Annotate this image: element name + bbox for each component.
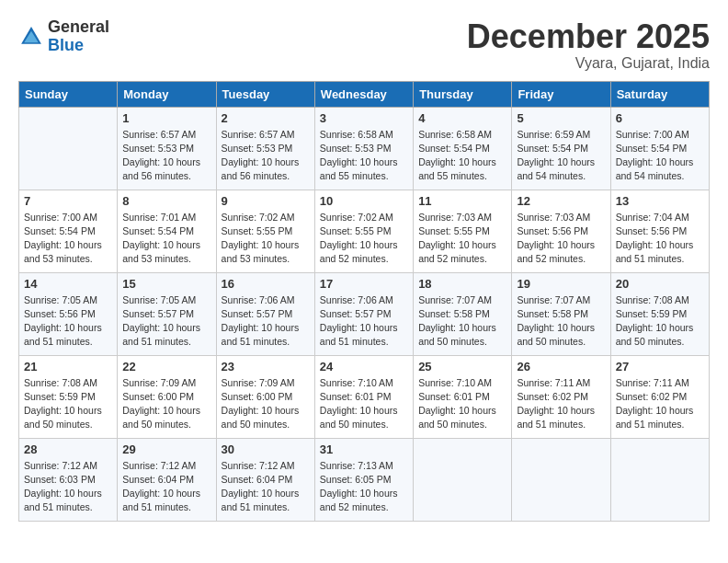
day-info: Sunrise: 7:10 AM Sunset: 6:01 PM Dayligh… — [320, 376, 408, 432]
calendar-cell — [512, 438, 610, 521]
month-title: December 2025 — [467, 18, 710, 55]
calendar-cell: 5Sunrise: 6:59 AM Sunset: 5:54 PM Daylig… — [512, 107, 610, 190]
calendar-cell: 18Sunrise: 7:07 AM Sunset: 5:58 PM Dayli… — [414, 272, 512, 355]
calendar-week-row: 1Sunrise: 6:57 AM Sunset: 5:53 PM Daylig… — [19, 107, 710, 190]
day-info: Sunrise: 7:00 AM Sunset: 5:54 PM Dayligh… — [24, 211, 112, 267]
calendar-cell: 14Sunrise: 7:05 AM Sunset: 5:56 PM Dayli… — [19, 272, 118, 355]
day-info: Sunrise: 7:02 AM Sunset: 5:55 PM Dayligh… — [320, 211, 408, 267]
day-number: 15 — [122, 277, 210, 291]
calendar-header-row: SundayMondayTuesdayWednesdayThursdayFrid… — [19, 81, 710, 107]
day-number: 7 — [24, 194, 112, 208]
day-number: 9 — [222, 194, 310, 208]
day-number: 13 — [616, 194, 704, 208]
day-number: 25 — [418, 360, 506, 373]
calendar-cell — [414, 438, 512, 521]
day-number: 26 — [517, 360, 605, 373]
calendar-cell: 8Sunrise: 7:01 AM Sunset: 5:54 PM Daylig… — [118, 190, 216, 272]
day-info: Sunrise: 7:12 AM Sunset: 6:04 PM Dayligh… — [222, 459, 310, 515]
day-info: Sunrise: 7:04 AM Sunset: 5:56 PM Dayligh… — [616, 211, 704, 267]
day-info: Sunrise: 6:57 AM Sunset: 5:53 PM Dayligh… — [122, 128, 210, 184]
day-number: 27 — [616, 360, 704, 373]
day-info: Sunrise: 7:12 AM Sunset: 6:04 PM Dayligh… — [122, 459, 210, 515]
calendar-cell: 24Sunrise: 7:10 AM Sunset: 6:01 PM Dayli… — [314, 355, 413, 438]
column-header-friday: Friday — [512, 81, 610, 107]
day-number: 23 — [222, 360, 310, 373]
title-block: December 2025 Vyara, Gujarat, India — [467, 18, 710, 72]
location: Vyara, Gujarat, India — [467, 55, 710, 72]
calendar-table: SundayMondayTuesdayWednesdayThursdayFrid… — [18, 81, 710, 522]
day-number: 16 — [222, 277, 310, 291]
day-info: Sunrise: 7:03 AM Sunset: 5:56 PM Dayligh… — [517, 211, 605, 267]
calendar-week-row: 7Sunrise: 7:00 AM Sunset: 5:54 PM Daylig… — [19, 190, 710, 272]
day-number: 6 — [616, 111, 704, 125]
day-number: 28 — [24, 442, 112, 456]
calendar-cell: 22Sunrise: 7:09 AM Sunset: 6:00 PM Dayli… — [118, 355, 216, 438]
day-info: Sunrise: 7:05 AM Sunset: 5:57 PM Dayligh… — [122, 293, 210, 350]
day-number: 22 — [122, 360, 210, 373]
calendar-cell: 21Sunrise: 7:08 AM Sunset: 5:59 PM Dayli… — [19, 355, 118, 438]
day-info: Sunrise: 7:10 AM Sunset: 6:01 PM Dayligh… — [418, 376, 506, 432]
calendar-cell: 10Sunrise: 7:02 AM Sunset: 5:55 PM Dayli… — [314, 190, 413, 272]
day-number: 17 — [320, 277, 408, 291]
calendar-cell: 4Sunrise: 6:58 AM Sunset: 5:54 PM Daylig… — [414, 107, 512, 190]
day-info: Sunrise: 7:07 AM Sunset: 5:58 PM Dayligh… — [418, 293, 506, 350]
calendar-cell: 16Sunrise: 7:06 AM Sunset: 5:57 PM Dayli… — [216, 272, 314, 355]
day-info: Sunrise: 7:03 AM Sunset: 5:55 PM Dayligh… — [418, 211, 506, 267]
day-info: Sunrise: 7:00 AM Sunset: 5:54 PM Dayligh… — [616, 128, 704, 184]
day-number: 31 — [320, 442, 408, 456]
day-number: 14 — [24, 277, 112, 291]
calendar-cell: 28Sunrise: 7:12 AM Sunset: 6:03 PM Dayli… — [19, 438, 118, 521]
calendar-cell: 23Sunrise: 7:09 AM Sunset: 6:00 PM Dayli… — [216, 355, 314, 438]
day-info: Sunrise: 7:01 AM Sunset: 5:54 PM Dayligh… — [122, 211, 210, 267]
column-header-tuesday: Tuesday — [216, 81, 314, 107]
column-header-saturday: Saturday — [610, 81, 709, 107]
day-number: 30 — [222, 442, 310, 456]
calendar-cell: 3Sunrise: 6:58 AM Sunset: 5:53 PM Daylig… — [314, 107, 413, 190]
day-number: 24 — [320, 360, 408, 373]
calendar-cell: 12Sunrise: 7:03 AM Sunset: 5:56 PM Dayli… — [512, 190, 610, 272]
logo-icon — [18, 24, 44, 50]
calendar-cell: 19Sunrise: 7:07 AM Sunset: 5:58 PM Dayli… — [512, 272, 610, 355]
calendar-cell: 6Sunrise: 7:00 AM Sunset: 5:54 PM Daylig… — [610, 107, 709, 190]
calendar-cell: 7Sunrise: 7:00 AM Sunset: 5:54 PM Daylig… — [19, 190, 118, 272]
calendar-cell: 31Sunrise: 7:13 AM Sunset: 6:05 PM Dayli… — [314, 438, 413, 521]
calendar-cell: 26Sunrise: 7:11 AM Sunset: 6:02 PM Dayli… — [512, 355, 610, 438]
calendar-cell: 9Sunrise: 7:02 AM Sunset: 5:55 PM Daylig… — [216, 190, 314, 272]
calendar-cell: 15Sunrise: 7:05 AM Sunset: 5:57 PM Dayli… — [118, 272, 216, 355]
day-info: Sunrise: 6:58 AM Sunset: 5:53 PM Dayligh… — [320, 128, 408, 184]
day-info: Sunrise: 7:13 AM Sunset: 6:05 PM Dayligh… — [320, 459, 408, 515]
day-number: 2 — [222, 111, 310, 125]
day-number: 19 — [517, 277, 605, 291]
logo-general-text: General — [48, 18, 109, 37]
calendar-cell: 1Sunrise: 6:57 AM Sunset: 5:53 PM Daylig… — [118, 107, 216, 190]
day-number: 3 — [320, 111, 408, 125]
calendar-cell: 25Sunrise: 7:10 AM Sunset: 6:01 PM Dayli… — [414, 355, 512, 438]
day-info: Sunrise: 7:07 AM Sunset: 5:58 PM Dayligh… — [517, 293, 605, 350]
calendar-cell: 17Sunrise: 7:06 AM Sunset: 5:57 PM Dayli… — [314, 272, 413, 355]
day-number: 12 — [517, 194, 605, 208]
day-number: 18 — [418, 277, 506, 291]
day-number: 10 — [320, 194, 408, 208]
column-header-sunday: Sunday — [19, 81, 118, 107]
page-header: General Blue December 2025 Vyara, Gujara… — [18, 18, 710, 72]
day-info: Sunrise: 7:06 AM Sunset: 5:57 PM Dayligh… — [320, 293, 408, 350]
day-number: 1 — [122, 111, 210, 125]
calendar-cell: 30Sunrise: 7:12 AM Sunset: 6:04 PM Dayli… — [216, 438, 314, 521]
calendar-cell: 27Sunrise: 7:11 AM Sunset: 6:02 PM Dayli… — [610, 355, 709, 438]
day-info: Sunrise: 7:09 AM Sunset: 6:00 PM Dayligh… — [122, 376, 210, 432]
calendar-cell: 29Sunrise: 7:12 AM Sunset: 6:04 PM Dayli… — [118, 438, 216, 521]
calendar-week-row: 14Sunrise: 7:05 AM Sunset: 5:56 PM Dayli… — [19, 272, 710, 355]
calendar-cell: 11Sunrise: 7:03 AM Sunset: 5:55 PM Dayli… — [414, 190, 512, 272]
day-number: 29 — [122, 442, 210, 456]
day-info: Sunrise: 7:05 AM Sunset: 5:56 PM Dayligh… — [24, 293, 112, 350]
day-info: Sunrise: 7:12 AM Sunset: 6:03 PM Dayligh… — [24, 459, 112, 515]
day-info: Sunrise: 6:57 AM Sunset: 5:53 PM Dayligh… — [222, 128, 310, 184]
day-info: Sunrise: 7:08 AM Sunset: 5:59 PM Dayligh… — [24, 376, 112, 432]
day-number: 20 — [616, 277, 704, 291]
day-info: Sunrise: 7:08 AM Sunset: 5:59 PM Dayligh… — [616, 293, 704, 350]
day-info: Sunrise: 6:58 AM Sunset: 5:54 PM Dayligh… — [418, 128, 506, 184]
logo: General Blue — [18, 18, 109, 55]
day-info: Sunrise: 7:11 AM Sunset: 6:02 PM Dayligh… — [616, 376, 704, 432]
calendar-week-row: 21Sunrise: 7:08 AM Sunset: 5:59 PM Dayli… — [19, 355, 710, 438]
calendar-cell: 2Sunrise: 6:57 AM Sunset: 5:53 PM Daylig… — [216, 107, 314, 190]
